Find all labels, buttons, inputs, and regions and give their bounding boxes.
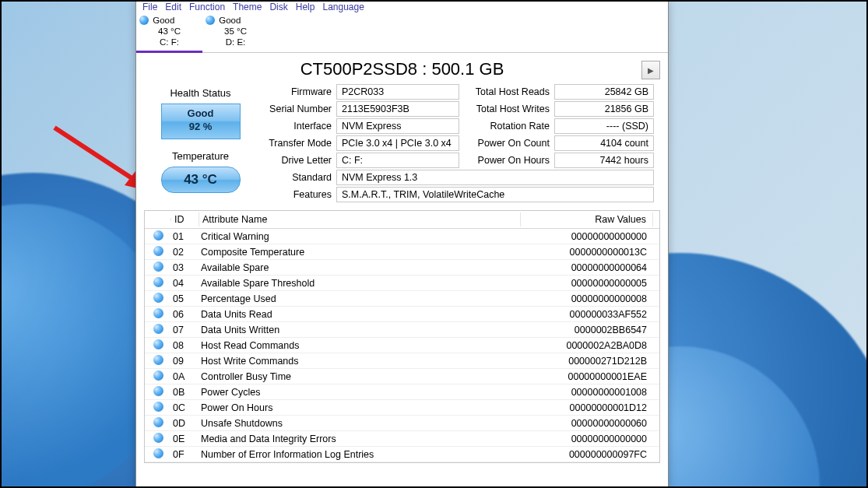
value-standard[interactable]: NVM Express 1.3 bbox=[336, 170, 654, 185]
drive-tab-0[interactable]: Good43 °CC: F: bbox=[136, 14, 202, 53]
tab-letters: D: E: bbox=[206, 37, 265, 48]
menu-theme[interactable]: Theme bbox=[233, 2, 262, 12]
menu-disk[interactable]: Disk bbox=[269, 2, 287, 12]
health-percent: 92 % bbox=[162, 121, 240, 134]
label-interface: Interface bbox=[265, 118, 336, 134]
drive-info-grid: Firmware P2CR033 Total Host Reads 25842 … bbox=[265, 84, 660, 202]
table-row[interactable]: 0EMedia and Data Integrity Errors0000000… bbox=[145, 431, 659, 447]
status-orb-icon bbox=[206, 16, 215, 25]
table-row[interactable]: 0DUnsafe Shutdowns00000000000060 bbox=[145, 416, 659, 431]
table-row[interactable]: 09Host Write Commands000000271D212B bbox=[145, 353, 659, 369]
status-orb-icon bbox=[153, 417, 163, 427]
table-row[interactable]: 07Data Units Written0000002BB6547 bbox=[145, 322, 659, 338]
attr-id: 05 bbox=[171, 293, 199, 304]
label-firmware: Firmware bbox=[265, 84, 336, 100]
status-orb-icon bbox=[153, 402, 163, 412]
value-total-reads[interactable]: 25842 GB bbox=[554, 84, 654, 100]
attr-id: 04 bbox=[171, 278, 199, 289]
menu-edit[interactable]: Edit bbox=[165, 2, 181, 12]
table-row[interactable]: 0BPower Cycles00000000001008 bbox=[145, 384, 659, 400]
attr-name: Controller Busy Time bbox=[199, 371, 521, 382]
table-row[interactable]: 01Critical Warning00000000000000 bbox=[145, 229, 659, 244]
attr-name: Percentage Used bbox=[199, 293, 521, 304]
value-transfer[interactable]: PCIe 3.0 x4 | PCIe 3.0 x4 bbox=[336, 135, 459, 151]
table-row[interactable]: 0CPower On Hours00000000001D12 bbox=[145, 400, 659, 416]
health-status-box[interactable]: Good 92 % bbox=[161, 104, 241, 139]
svg-line-0 bbox=[54, 128, 135, 181]
value-total-writes[interactable]: 21856 GB bbox=[554, 101, 654, 117]
desktop-background: FileEditFunctionThemeDiskHelpLanguage Go… bbox=[0, 0, 868, 488]
menu-bar: FileEditFunctionThemeDiskHelpLanguage bbox=[136, 2, 668, 14]
table-row[interactable]: 03Available Spare00000000000064 bbox=[145, 260, 659, 276]
table-row[interactable]: 0AController Busy Time00000000001EAE bbox=[145, 369, 659, 384]
label-total-writes: Total Host Writes bbox=[459, 101, 554, 117]
col-raw-values[interactable]: Raw Values bbox=[521, 212, 653, 226]
smart-attribute-table[interactable]: ID Attribute Name Raw Values 01Critical … bbox=[144, 210, 660, 463]
tab-letters: C: F: bbox=[139, 37, 199, 48]
attr-name: Host Read Commands bbox=[199, 340, 521, 351]
attr-raw: 00000000000060 bbox=[521, 418, 653, 429]
menu-file[interactable]: File bbox=[142, 2, 157, 12]
label-power-on-count: Power On Count bbox=[459, 135, 554, 151]
table-header-row: ID Attribute Name Raw Values bbox=[145, 211, 659, 229]
table-row[interactable]: 04Available Spare Threshold0000000000000… bbox=[145, 276, 659, 291]
attr-name: Data Units Read bbox=[199, 309, 521, 320]
value-power-on-hours[interactable]: 7442 hours bbox=[554, 153, 654, 168]
drive-tab-1[interactable]: Good35 °CD: E: bbox=[202, 14, 269, 52]
attr-raw: 000000033AF552 bbox=[521, 309, 653, 320]
attr-raw: 00000000000005 bbox=[521, 278, 653, 289]
play-button[interactable]: ▶ bbox=[641, 61, 660, 79]
label-rotation: Rotation Rate bbox=[459, 118, 554, 134]
value-interface[interactable]: NVM Express bbox=[336, 118, 459, 134]
attr-name: Data Units Written bbox=[199, 325, 521, 335]
value-features[interactable]: S.M.A.R.T., TRIM, VolatileWriteCache bbox=[336, 187, 654, 202]
tab-status: Good bbox=[219, 16, 241, 25]
tab-status: Good bbox=[153, 16, 174, 25]
attr-raw: 00000000001EAE bbox=[521, 371, 653, 382]
attr-id: 03 bbox=[171, 262, 199, 273]
status-orb-icon bbox=[153, 433, 163, 443]
status-orb-icon bbox=[153, 246, 163, 256]
attr-raw: 000000271D212B bbox=[521, 356, 653, 367]
drive-tabs: Good43 °CC: F: Good35 °CD: E: bbox=[136, 14, 668, 53]
attr-name: Available Spare bbox=[199, 262, 521, 273]
status-orb-icon bbox=[153, 339, 163, 349]
label-total-reads: Total Host Reads bbox=[459, 84, 554, 100]
attr-raw: 00000000001D12 bbox=[521, 402, 653, 413]
col-id[interactable]: ID bbox=[171, 212, 199, 226]
table-row[interactable]: 06Data Units Read000000033AF552 bbox=[145, 307, 659, 322]
label-drive-letter: Drive Letter bbox=[265, 153, 336, 168]
label-standard: Standard bbox=[265, 170, 336, 185]
col-attribute-name[interactable]: Attribute Name bbox=[199, 212, 521, 226]
table-row[interactable]: 02Composite Temperature0000000000013C bbox=[145, 244, 659, 260]
temperature-value: 43 °C bbox=[184, 172, 217, 188]
attr-id: 0D bbox=[171, 418, 199, 429]
status-orb-icon bbox=[153, 355, 163, 365]
menu-help[interactable]: Help bbox=[296, 2, 315, 12]
attr-id: 0C bbox=[171, 402, 199, 413]
attr-raw: 0000000000013C bbox=[521, 247, 653, 258]
temperature-box[interactable]: 43 °C bbox=[161, 167, 241, 193]
value-firmware[interactable]: P2CR033 bbox=[336, 84, 459, 100]
value-power-on-count[interactable]: 4104 count bbox=[554, 135, 654, 151]
table-row[interactable]: 08Host Read Commands0000002A2BA0D8 bbox=[145, 338, 659, 353]
attr-id: 0A bbox=[171, 371, 199, 382]
status-orb-icon bbox=[153, 448, 163, 458]
status-orb-icon bbox=[153, 324, 163, 334]
table-row[interactable]: 0FNumber of Error Information Log Entrie… bbox=[145, 447, 659, 462]
attr-raw: 00000000000064 bbox=[521, 262, 653, 273]
table-row[interactable]: 05Percentage Used00000000000008 bbox=[145, 291, 659, 307]
label-features: Features bbox=[265, 187, 336, 202]
value-rotation[interactable]: ---- (SSD) bbox=[554, 118, 654, 134]
tab-temp: 35 °C bbox=[206, 26, 265, 37]
attr-raw: 000000000097FC bbox=[521, 449, 653, 460]
attr-id: 02 bbox=[171, 247, 199, 258]
menu-function[interactable]: Function bbox=[189, 2, 225, 12]
value-drive-letter[interactable]: C: F: bbox=[336, 153, 459, 168]
status-orb-icon bbox=[139, 16, 149, 25]
menu-language[interactable]: Language bbox=[322, 2, 364, 12]
label-serial: Serial Number bbox=[265, 101, 336, 117]
status-orb-icon bbox=[153, 386, 163, 396]
health-status-text: Good bbox=[162, 107, 240, 121]
value-serial[interactable]: 2113E5903F3B bbox=[336, 101, 459, 117]
